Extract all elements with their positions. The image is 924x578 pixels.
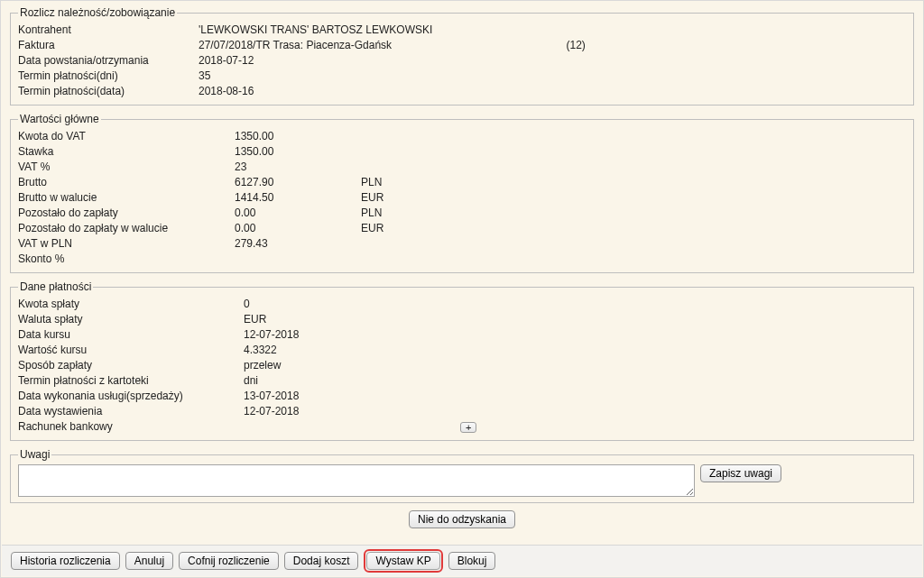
fieldset-uwagi: Uwagi Zapisz uwagi (10, 448, 914, 503)
data-powstania-value: 2018-07-12 (199, 53, 906, 69)
sposob-label: Sposób zapłaty (18, 358, 244, 373)
vat-pln-label: VAT w PLN (18, 236, 235, 252)
fieldset-dane-platnosci: Dane płatności Kwota spłaty 0 Waluta spł… (10, 280, 914, 441)
termin-dni-value: 35 (199, 69, 906, 84)
data-powstania-label: Data powstania/otrzymania (18, 53, 199, 69)
data-kursu-value: 12-07-2018 (244, 327, 460, 343)
brutto-currency: PLN (361, 175, 469, 190)
poz-zap-value: 0.00 (235, 206, 361, 221)
cofnij-rozliczenie-button[interactable]: Cofnij rozliczenie (179, 552, 279, 570)
vatp-value: 23 (235, 160, 361, 175)
wystaw-kp-button[interactable]: Wystaw KP (366, 552, 439, 570)
poz-zap-label: Pozostało do zapłaty (18, 206, 235, 221)
kwota-splaty-label: Kwota spłaty (18, 297, 244, 312)
anuluj-button[interactable]: Anuluj (125, 552, 173, 570)
data-wyst-value: 12-07-2018 (244, 404, 460, 419)
skonto-label: Skonto % (18, 252, 235, 267)
termin-data-value: 2018-08-16 (199, 84, 906, 99)
fieldset-wartosci: Wartości główne Kwota do VAT 1350.00 Sta… (10, 113, 914, 273)
brutto-label: Brutto (18, 175, 235, 190)
zapisz-uwagi-button[interactable]: Zapisz uwagi (700, 464, 781, 482)
brutto-wal-currency: EUR (361, 190, 469, 206)
data-wyk-value: 13-07-2018 (244, 389, 460, 404)
dodaj-koszt-button[interactable]: Dodaj koszt (284, 552, 359, 570)
stawka-value: 1350.00 (235, 144, 361, 160)
wart-kursu-value: 4.3322 (244, 343, 460, 358)
blokuj-button[interactable]: Blokuj (448, 552, 496, 570)
poz-zap-wal-label: Pozostało do zapłaty w walucie (18, 221, 235, 236)
legend-dane: Dane płatności (18, 280, 93, 293)
faktura-value: 27/07/2018/TR Trasa: Piacenza-Gdańsk (12… (199, 38, 906, 53)
sposob-value: przelew (244, 358, 460, 373)
poz-zap-wal-currency: EUR (361, 221, 469, 236)
brutto-wal-value: 1414.50 (235, 190, 361, 206)
rachunek-label: Rachunek bankowy (18, 419, 244, 435)
legend-wartosci: Wartości główne (18, 113, 101, 125)
poz-zap-wal-value: 0.00 (235, 221, 361, 236)
kontrahent-label: Kontrahent (18, 23, 199, 38)
brutto-wal-label: Brutto w walucie (18, 190, 235, 206)
add-bank-account-button[interactable]: + (460, 422, 476, 433)
data-wyk-label: Data wykonania usługi(sprzedaży) (18, 389, 244, 404)
vat-pln-value: 279.43 (235, 236, 361, 252)
stawka-label: Stawka (18, 144, 235, 160)
historia-rozliczenia-button[interactable]: Historia rozliczenia (11, 552, 120, 570)
kontrahent-value: 'LEWKOWSKI TRANS' BARTOSZ LEWKOWSKI (199, 23, 906, 38)
termin-kart-label: Termin płatności z kartoteki (18, 373, 244, 389)
termin-data-label: Termin płatności(data) (18, 84, 199, 99)
faktura-label: Faktura (18, 38, 199, 53)
settlement-form: Rozlicz należność/zobowiązanie Kontrahen… (0, 0, 924, 578)
poz-zap-currency: PLN (361, 206, 469, 221)
bottom-toolbar: Historia rozliczenia Anuluj Cofnij rozli… (2, 545, 922, 576)
termin-dni-label: Termin płatności(dni) (18, 69, 199, 84)
kwota-splaty-value: 0 (244, 297, 460, 312)
legend-uwagi: Uwagi (18, 448, 51, 461)
faktura-text: 27/07/2018/TR Trasa: Piacenza-Gdańsk (199, 39, 392, 51)
wystaw-kp-highlight: Wystaw KP (364, 549, 442, 573)
waluta-splaty-label: Waluta spłaty (18, 312, 244, 327)
data-kursu-label: Data kursu (18, 327, 244, 343)
nie-do-odzyskania-button[interactable]: Nie do odzyskania (409, 510, 515, 528)
data-wyst-label: Data wystawienia (18, 404, 244, 419)
kwota-vat-label: Kwota do VAT (18, 129, 235, 144)
waluta-splaty-value: EUR (244, 312, 460, 327)
brutto-value: 6127.90 (235, 175, 361, 190)
legend-rozlicz: Rozlicz należność/zobowiązanie (18, 6, 177, 19)
faktura-extra: (12) (566, 38, 585, 53)
termin-kart-value: dni (244, 373, 460, 389)
vatp-label: VAT % (18, 160, 235, 175)
kwota-vat-value: 1350.00 (235, 129, 361, 144)
wart-kursu-label: Wartość kursu (18, 343, 244, 358)
fieldset-rozlicz: Rozlicz należność/zobowiązanie Kontrahen… (10, 6, 914, 106)
uwagi-textarea[interactable] (18, 464, 695, 497)
